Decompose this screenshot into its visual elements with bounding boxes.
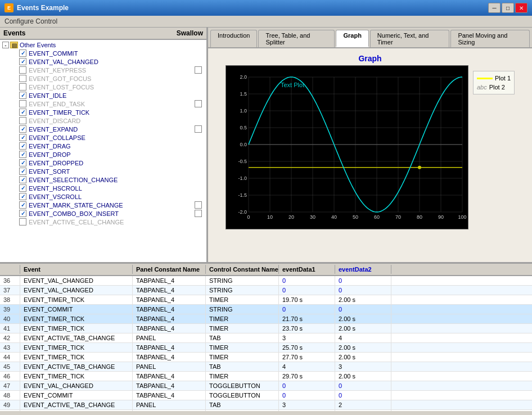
- event-checkbox-EVENT_KEYPRESS[interactable]: [19, 66, 26, 74]
- tree-item-event-hscroll[interactable]: EVENT_HSCROLL: [0, 184, 206, 192]
- tree-item-event-sort[interactable]: EVENT_SORT: [0, 167, 206, 175]
- tree-expand-root[interactable]: -: [2, 42, 9, 48]
- swallow-checkbox-EVENT_COMBO_BOX_INSERT[interactable]: [195, 210, 202, 217]
- row-event: EVENT_VAL_CHANGED: [20, 286, 133, 295]
- event-checkbox-EVENT_ACTIVE_CELL_CHANGE[interactable]: [19, 218, 26, 225]
- row-ed2: 2: [335, 400, 391, 409]
- event-checkbox-EVENT_END_TASK[interactable]: [19, 100, 26, 107]
- event-checkbox-EVENT_SORT[interactable]: [19, 168, 26, 175]
- event-checkbox-EVENT_DRAG[interactable]: [19, 142, 26, 150]
- event-checkbox-EVENT_COLLAPSE[interactable]: [19, 134, 26, 141]
- legend-item-plot1: Plot 1: [477, 75, 511, 82]
- legend-abc-plot2: abc: [477, 84, 487, 91]
- swallow-checkbox-EVENT_MARK_STATE_CHANGE[interactable]: [195, 201, 202, 209]
- minimize-button[interactable]: ─: [488, 3, 501, 13]
- tree-item-event-drop[interactable]: EVENT_DROP: [0, 150, 206, 159]
- tree-item-event-collapse[interactable]: EVENT_COLLAPSE: [0, 133, 206, 142]
- col-header-eventData2: eventData2: [335, 265, 391, 274]
- table-row[interactable]: 46EVENT_TIMER_TICKTABPANEL_4TIMER29.70 s…: [0, 372, 532, 381]
- event-checkbox-EVENT_MARK_STATE_CHANGE[interactable]: [19, 201, 26, 209]
- table-row[interactable]: 41EVENT_TIMER_TICKTABPANEL_4TIMER23.70 s…: [0, 324, 532, 333]
- tree-item-event-discard[interactable]: EVENT_DISCARD: [0, 116, 206, 125]
- tree-item-event-val-changed[interactable]: EVENT_VAL_CHANGED: [0, 57, 206, 66]
- tree-item-event-active-cell-change[interactable]: EVENT_ACTIVE_CELL_CHANGE: [0, 218, 206, 226]
- event-label-EVENT_GOT_FOCUS: EVENT_GOT_FOCUS: [29, 75, 91, 82]
- table-row[interactable]: 39EVENT_COMMITTABPANEL_4STRING00: [0, 305, 532, 314]
- tab-tree--table--and-splitter[interactable]: Tree, Table, and Splitter: [258, 30, 335, 47]
- menu-configure[interactable]: Configure Control: [4, 17, 57, 25]
- tab-panel-moving-and-sizing[interactable]: Panel Moving and Sizing: [450, 30, 530, 47]
- swallow-checkbox-EVENT_END_TASK[interactable]: [195, 100, 202, 107]
- table-row[interactable]: 45EVENT_ACTIVE_TAB_CHANGEPANELTAB43: [0, 362, 532, 372]
- tab-introduction[interactable]: Introduction: [210, 30, 257, 47]
- row-num: 42: [0, 333, 20, 342]
- table-row[interactable]: 44EVENT_TIMER_TICKTABPANEL_4TIMER27.70 s…: [0, 353, 532, 362]
- row-control: STRING: [206, 276, 279, 285]
- tree-item-event-vscroll[interactable]: EVENT_VSCROLL: [0, 192, 206, 201]
- swallow-checkbox-EVENT_EXPAND[interactable]: [195, 125, 202, 133]
- event-label-EVENT_VAL_CHANGED: EVENT_VAL_CHANGED: [29, 58, 98, 65]
- events-tree[interactable]: - ▤ Other Events EVENT_COMMIT EVENT_VAL_…: [0, 40, 206, 262]
- tree-item-event-commit[interactable]: EVENT_COMMIT: [0, 49, 206, 57]
- event-label-EVENT_DROP: EVENT_DROP: [29, 151, 71, 158]
- table-row[interactable]: 48EVENT_COMMITTABPANEL_4TOGGLEBUTTON00: [0, 391, 532, 400]
- table-row[interactable]: 42EVENT_ACTIVE_TAB_CHANGEPANELTAB34: [0, 333, 532, 343]
- event-checkbox-EVENT_SELECTION_CHANGE[interactable]: [19, 176, 26, 183]
- close-button[interactable]: ✕: [515, 3, 528, 13]
- table-body[interactable]: 36EVENT_VAL_CHANGEDTABPANEL_4STRING0037E…: [0, 276, 532, 411]
- tree-item-event-end-task[interactable]: EVENT_END_TASK: [0, 100, 206, 108]
- legend-label-plot1: Plot 1: [495, 75, 511, 82]
- event-checkbox-EVENT_VAL_CHANGED[interactable]: [19, 58, 26, 65]
- row-num: 47: [0, 381, 20, 390]
- table-row[interactable]: 49EVENT_ACTIVE_TAB_CHANGEPANELTAB32: [0, 400, 532, 410]
- table-row[interactable]: 40EVENT_TIMER_TICKTABPANEL_4TIMER21.70 s…: [0, 314, 532, 324]
- table-row[interactable]: 36EVENT_VAL_CHANGEDTABPANEL_4STRING00: [0, 276, 532, 286]
- menu-bar: Configure Control: [0, 16, 532, 28]
- row-ed2: 4: [335, 333, 391, 342]
- tree-root[interactable]: - ▤ Other Events: [0, 41, 206, 49]
- event-checkbox-EVENT_DISCARD[interactable]: [19, 117, 26, 124]
- event-checkbox-EVENT_TIMER_TICK[interactable]: [19, 109, 26, 116]
- table-row[interactable]: 43EVENT_TIMER_TICKTABPANEL_4TIMER25.70 s…: [0, 343, 532, 353]
- event-checkbox-EVENT_VSCROLL[interactable]: [19, 193, 26, 200]
- tree-item-event-idle[interactable]: EVENT_IDLE: [0, 91, 206, 100]
- event-checkbox-EVENT_HSCROLL[interactable]: [19, 184, 26, 192]
- event-checkbox-EVENT_DROP[interactable]: [19, 151, 26, 158]
- left-panel-header: Events Swallow: [0, 28, 206, 40]
- row-control: TIMER: [206, 372, 279, 381]
- tree-item-event-drag[interactable]: EVENT_DRAG: [0, 142, 206, 150]
- tree-item-event-selection-change[interactable]: EVENT_SELECTION_CHANGE: [0, 175, 206, 184]
- swallow-checkbox-EVENT_KEYPRESS[interactable]: [195, 66, 202, 74]
- event-label-EVENT_VSCROLL: EVENT_VSCROLL: [29, 193, 82, 200]
- event-checkbox-EVENT_LOST_FOCUS[interactable]: [19, 83, 26, 91]
- table-row[interactable]: 37EVENT_VAL_CHANGEDTABPANEL_4STRING00: [0, 286, 532, 295]
- tree-item-event-dropped[interactable]: EVENT_DROPPED: [0, 159, 206, 167]
- tree-item-event-got-focus[interactable]: EVENT_GOT_FOCUS: [0, 74, 206, 83]
- tab-numeric--text--and-timer[interactable]: Numeric, Text, and Timer: [370, 30, 450, 47]
- tree-item-event-lost-focus[interactable]: EVENT_LOST_FOCUS: [0, 83, 206, 91]
- row-control: TOGGLEBUTTON: [206, 391, 279, 400]
- event-checkbox-EVENT_GOT_FOCUS[interactable]: [19, 75, 26, 82]
- table-row[interactable]: 50EVENT_VAL_CHANGEDTABPANEL_3GRAPH11: [0, 410, 532, 411]
- graph-canvas[interactable]: [226, 65, 468, 229]
- event-checkbox-EVENT_DROPPED[interactable]: [19, 159, 26, 166]
- tree-item-event-mark-state-change[interactable]: EVENT_MARK_STATE_CHANGE: [0, 201, 206, 209]
- event-checkbox-EVENT_COMMIT[interactable]: [19, 49, 26, 57]
- tree-item-event-combo-box-insert[interactable]: EVENT_COMBO_BOX_INSERT: [0, 209, 206, 218]
- row-control: TOGGLEBUTTON: [206, 381, 279, 390]
- event-checkbox-EVENT_IDLE[interactable]: [19, 92, 26, 99]
- event-label-EVENT_SELECTION_CHANGE: EVENT_SELECTION_CHANGE: [29, 177, 118, 183]
- maximize-button[interactable]: □: [502, 3, 514, 13]
- table-row[interactable]: 38EVENT_TIMER_TICKTABPANEL_4TIMER19.70 s…: [0, 295, 532, 305]
- table-row[interactable]: 47EVENT_VAL_CHANGEDTABPANEL_4TOGGLEBUTTO…: [0, 381, 532, 391]
- row-control: TIMER: [206, 324, 279, 333]
- tree-item-event-keypress[interactable]: EVENT_KEYPRESS: [0, 66, 206, 74]
- tab-graph[interactable]: Graph: [336, 30, 368, 47]
- folder-icon: ▤: [10, 42, 18, 48]
- app-icon: E: [4, 3, 13, 12]
- tree-item-event-expand[interactable]: EVENT_EXPAND: [0, 125, 206, 133]
- tree-item-event-timer-tick[interactable]: EVENT_TIMER_TICK: [0, 108, 206, 116]
- row-num: 37: [0, 286, 20, 295]
- event-checkbox-EVENT_EXPAND[interactable]: [19, 125, 26, 133]
- event-checkbox-EVENT_COMBO_BOX_INSERT[interactable]: [19, 210, 26, 217]
